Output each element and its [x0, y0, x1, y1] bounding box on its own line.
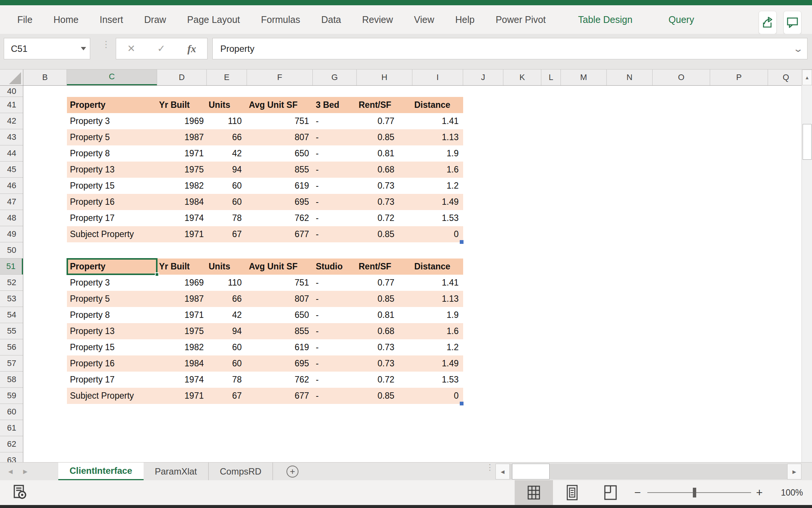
- comment-button[interactable]: [783, 11, 801, 34]
- table-cell[interactable]: -: [313, 307, 357, 323]
- ribbon-tab-page-layout[interactable]: Page Layout: [178, 5, 249, 34]
- table-cell[interactable]: -: [313, 275, 357, 291]
- row-header-49[interactable]: 49: [0, 226, 23, 242]
- column-header-F[interactable]: F: [247, 70, 313, 86]
- table-cell[interactable]: 1.41: [412, 113, 463, 129]
- table-cell[interactable]: Property 3: [67, 113, 157, 129]
- table-cell[interactable]: 0.81: [357, 307, 412, 323]
- table-cell[interactable]: 60: [207, 194, 247, 210]
- table-cell[interactable]: 1.13: [412, 291, 463, 307]
- table-cell[interactable]: 1.41: [412, 275, 463, 291]
- table-cell[interactable]: 695: [247, 194, 313, 210]
- ribbon-tab-table-design[interactable]: Table Design: [569, 5, 642, 34]
- row-header-43[interactable]: 43: [0, 129, 23, 145]
- table-header-cell[interactable]: Avg Unit SF: [247, 97, 313, 113]
- table-cell[interactable]: 42: [207, 145, 247, 162]
- table-cell[interactable]: 0.73: [357, 339, 412, 355]
- table-resize-handle[interactable]: [460, 240, 464, 244]
- sheet-tab-clientinterface[interactable]: ClientInterface: [58, 463, 144, 481]
- table-header-cell[interactable]: Yr Built: [157, 97, 207, 113]
- table-cell[interactable]: 650: [247, 307, 313, 323]
- table-cell[interactable]: Property 3: [67, 275, 157, 291]
- column-header-C[interactable]: C: [67, 70, 157, 86]
- table-header-cell[interactable]: Units: [207, 97, 247, 113]
- table-cell[interactable]: 1969: [157, 113, 207, 129]
- horizontal-scrollbar[interactable]: ◀ ▶: [495, 464, 801, 479]
- name-box[interactable]: C51: [4, 38, 90, 59]
- sheet-grid[interactable]: PropertyYr BuiltUnitsAvg Unit SF3 BedRen…: [23, 86, 801, 462]
- cancel-entry-icon[interactable]: ✕: [127, 43, 135, 54]
- select-all-corner[interactable]: [0, 70, 23, 86]
- table-cell[interactable]: 0.85: [357, 388, 412, 404]
- column-header-Q[interactable]: Q: [768, 70, 801, 86]
- display-settings-button[interactable]: [10, 483, 31, 502]
- table-cell[interactable]: 0.72: [357, 372, 412, 388]
- table-cell[interactable]: 67: [207, 226, 247, 242]
- table-cell[interactable]: 0.85: [357, 291, 412, 307]
- table-cell[interactable]: 807: [247, 129, 313, 145]
- table-cell[interactable]: -: [313, 372, 357, 388]
- row-header-63[interactable]: 63: [0, 452, 23, 462]
- table-cell[interactable]: 619: [247, 339, 313, 355]
- table-header-cell[interactable]: Distance: [412, 97, 463, 113]
- table-cell[interactable]: 60: [207, 178, 247, 194]
- table-cell[interactable]: 1.6: [412, 162, 463, 178]
- row-header-46[interactable]: 46: [0, 178, 23, 194]
- share-button[interactable]: [759, 11, 777, 34]
- next-sheet-icon[interactable]: ▶: [23, 468, 28, 475]
- table-cell[interactable]: 1971: [157, 145, 207, 162]
- table-cell[interactable]: 1984: [157, 194, 207, 210]
- table-header-cell[interactable]: Yr Built: [157, 259, 207, 275]
- column-header-L[interactable]: L: [541, 70, 561, 86]
- table-cell[interactable]: 94: [207, 162, 247, 178]
- table-cell[interactable]: 60: [207, 355, 247, 372]
- horizontal-scrollbar-thumb[interactable]: [512, 464, 550, 479]
- table-cell[interactable]: 1.9: [412, 145, 463, 162]
- column-header-N[interactable]: N: [607, 70, 653, 86]
- scroll-up-icon[interactable]: ▲: [802, 70, 812, 85]
- table-header-cell[interactable]: Studio: [313, 259, 357, 275]
- table-cell[interactable]: 619: [247, 178, 313, 194]
- table-cell[interactable]: 94: [207, 323, 247, 339]
- table-cell[interactable]: 67: [207, 388, 247, 404]
- row-header-45[interactable]: 45: [0, 162, 23, 178]
- table-cell[interactable]: 110: [207, 113, 247, 129]
- table-cell[interactable]: 751: [247, 275, 313, 291]
- column-header-P[interactable]: P: [710, 70, 768, 86]
- column-header-H[interactable]: H: [357, 70, 412, 86]
- table-cell[interactable]: 0.77: [357, 113, 412, 129]
- table-cell[interactable]: -: [313, 162, 357, 178]
- table-cell[interactable]: 0.85: [357, 129, 412, 145]
- row-header-58[interactable]: 58: [0, 372, 23, 388]
- table-cell[interactable]: 751: [247, 113, 313, 129]
- table-header-cell[interactable]: Distance: [412, 259, 463, 275]
- column-header-B[interactable]: B: [23, 70, 67, 86]
- ribbon-tab-file[interactable]: File: [8, 5, 41, 34]
- table-cell[interactable]: 1974: [157, 210, 207, 226]
- table-cell[interactable]: Property 16: [67, 194, 157, 210]
- row-header-60[interactable]: 60: [0, 404, 23, 420]
- row-header-56[interactable]: 56: [0, 339, 23, 355]
- insert-function-icon[interactable]: fx: [187, 43, 196, 55]
- formula-bar-drag-handle[interactable]: ⋮: [102, 42, 105, 46]
- table-cell[interactable]: 1.6: [412, 323, 463, 339]
- table-cell[interactable]: 1.2: [412, 178, 463, 194]
- ribbon-tab-formulas[interactable]: Formulas: [252, 5, 309, 34]
- table-cell[interactable]: 0: [412, 226, 463, 242]
- table-cell[interactable]: 1984: [157, 355, 207, 372]
- table-cell[interactable]: Property 16: [67, 355, 157, 372]
- table-cell[interactable]: 1.9: [412, 307, 463, 323]
- table-cell[interactable]: 807: [247, 291, 313, 307]
- ribbon-tab-power-pivot[interactable]: Power Pivot: [486, 5, 554, 34]
- sheet-tab-compsrd[interactable]: CompsRD: [209, 463, 273, 481]
- view-page-layout-button[interactable]: [553, 480, 591, 505]
- ribbon-tab-draw[interactable]: Draw: [135, 5, 175, 34]
- table-header-cell[interactable]: Avg Unit SF: [247, 259, 313, 275]
- table-cell[interactable]: 0.77: [357, 275, 412, 291]
- row-header-47[interactable]: 47: [0, 194, 23, 210]
- table-cell[interactable]: 855: [247, 162, 313, 178]
- table-cell[interactable]: 1971: [157, 307, 207, 323]
- row-header-55[interactable]: 55: [0, 323, 23, 339]
- table-header-cell[interactable]: Rent/SF: [357, 259, 412, 275]
- table-cell[interactable]: 762: [247, 372, 313, 388]
